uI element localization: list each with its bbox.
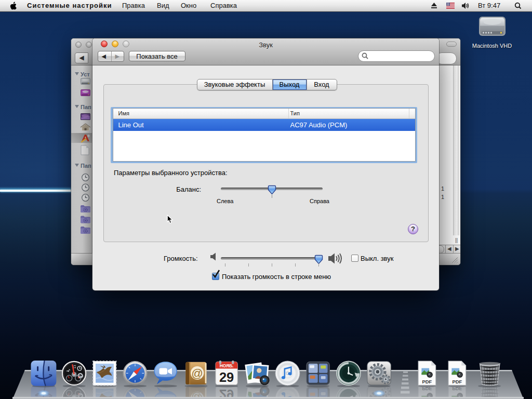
svg-text:Пап: Пап [81,104,91,110]
svg-text:Уст: Уст [81,71,90,77]
svg-text:Пап: Пап [81,163,91,169]
